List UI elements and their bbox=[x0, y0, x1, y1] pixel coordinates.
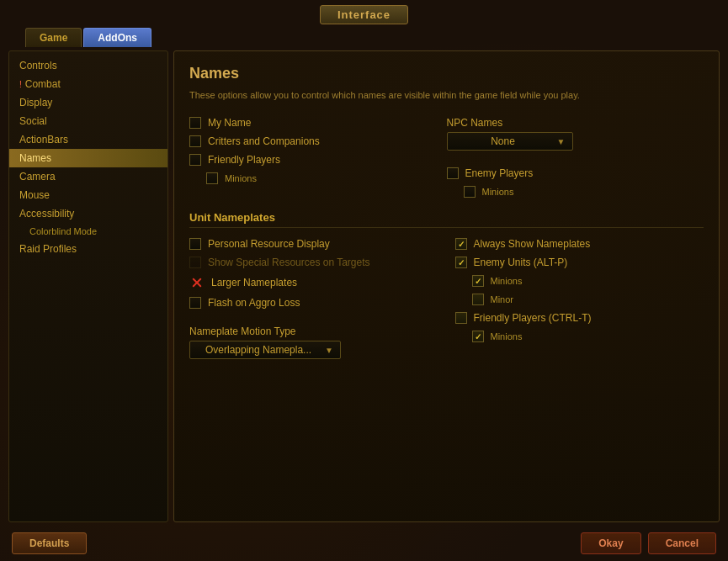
sidebar-label-accessibility: Accessibility bbox=[19, 208, 74, 220]
motion-dropdown-value: Overlapping Namepla... bbox=[197, 344, 320, 356]
friendly-players-checkbox[interactable] bbox=[189, 154, 201, 166]
show-special-row: Show Special Resources on Targets bbox=[189, 257, 438, 268]
show-special-label: Show Special Resources on Targets bbox=[208, 257, 370, 268]
flash-aggro-checkbox[interactable] bbox=[189, 297, 201, 309]
bottom-right-buttons: Okay Cancel bbox=[581, 532, 716, 554]
sidebar: Controls ! Combat Display Social ActionB… bbox=[8, 50, 168, 522]
friendly-players-ctrl-label: Friendly Players (CTRL-T) bbox=[474, 312, 592, 324]
npc-dropdown-arrow: ▼ bbox=[557, 137, 566, 146]
npc-dropdown[interactable]: None ▼ bbox=[447, 132, 573, 151]
motion-dropdown-arrow: ▼ bbox=[325, 346, 333, 355]
names-section: My Name Critters and Companions Friendly… bbox=[189, 117, 704, 198]
motion-type-label: Nameplate Motion Type bbox=[189, 325, 438, 337]
minor-label: Minor bbox=[491, 294, 514, 304]
sidebar-item-actionbars[interactable]: ActionBars bbox=[9, 130, 167, 149]
sidebar-label-display: Display bbox=[19, 97, 52, 108]
defaults-button[interactable]: Defaults bbox=[12, 532, 87, 554]
enemy-units-row: Enemy Units (ALT-P) bbox=[455, 257, 704, 268]
critters-label: Critters and Companions bbox=[208, 135, 320, 147]
minor-row: Minor bbox=[455, 294, 704, 305]
sidebar-label-names: Names bbox=[19, 152, 51, 164]
flash-aggro-row: Flash on Aggro Loss bbox=[189, 297, 438, 309]
tab-addons[interactable]: AddOns bbox=[83, 28, 151, 47]
unit-nameplates-divider: Unit Nameplates bbox=[189, 211, 704, 228]
main-window: Interface Game AddOns Controls ! Combat … bbox=[0, 0, 728, 561]
panel-title: Names bbox=[189, 65, 704, 82]
bottom-bar: Defaults Okay Cancel bbox=[0, 526, 728, 561]
personal-resource-label: Personal Resource Display bbox=[208, 238, 330, 250]
personal-resource-checkbox[interactable] bbox=[189, 238, 201, 250]
sidebar-label-camera: Camera bbox=[19, 171, 56, 183]
minions-enemy-row: Minions bbox=[447, 186, 704, 198]
minions-friendly-ctrl-row: Minions bbox=[455, 331, 704, 342]
sidebar-label-social: Social bbox=[19, 115, 47, 127]
sidebar-item-camera[interactable]: Camera bbox=[9, 167, 167, 186]
minions-friendly-ctrl-checkbox[interactable] bbox=[472, 331, 484, 342]
sidebar-item-social[interactable]: Social bbox=[9, 112, 167, 130]
okay-button[interactable]: Okay bbox=[581, 532, 640, 554]
npc-names-label: NPC Names bbox=[447, 117, 704, 129]
show-special-checkbox[interactable] bbox=[189, 257, 201, 268]
always-show-checkbox[interactable] bbox=[455, 238, 467, 250]
minions-friendly-label: Minions bbox=[225, 173, 257, 183]
names-right-col: NPC Names None ▼ Enemy Players Minions bbox=[447, 117, 704, 198]
motion-section: Nameplate Motion Type Overlapping Namepl… bbox=[189, 325, 438, 359]
enemy-players-row: Enemy Players bbox=[447, 167, 704, 179]
my-name-checkbox[interactable] bbox=[189, 117, 201, 129]
tabs-row: Game AddOns bbox=[0, 28, 728, 47]
npc-names-section: NPC Names None ▼ bbox=[447, 117, 704, 151]
combat-icon: ! bbox=[19, 80, 22, 89]
critters-checkbox[interactable] bbox=[189, 135, 201, 147]
critters-row: Critters and Companions bbox=[189, 135, 447, 147]
friendly-players-row: Friendly Players bbox=[189, 154, 447, 166]
sidebar-item-controls[interactable]: Controls bbox=[9, 56, 167, 75]
sidebar-item-display[interactable]: Display bbox=[9, 93, 167, 112]
larger-nameplates-label: Larger Nameplates bbox=[211, 277, 297, 288]
panel-description: These options allow you to control which… bbox=[189, 89, 704, 102]
enemy-players-checkbox[interactable] bbox=[447, 167, 459, 179]
my-name-label: My Name bbox=[208, 117, 251, 129]
friendly-players-ctrl-checkbox[interactable] bbox=[455, 312, 467, 324]
sidebar-label-colorblind: Colorblind Mode bbox=[29, 226, 97, 236]
title-bar: Interface bbox=[0, 0, 728, 28]
window-title: Interface bbox=[320, 5, 408, 24]
enemy-units-checkbox[interactable] bbox=[455, 257, 467, 268]
sidebar-item-raid[interactable]: Raid Profiles bbox=[9, 240, 167, 258]
larger-nameplates-row: Larger Nameplates bbox=[189, 275, 438, 290]
minions-enemy-unit-checkbox[interactable] bbox=[472, 275, 484, 287]
minions-friendly-row: Minions bbox=[189, 172, 447, 184]
sidebar-item-names[interactable]: Names bbox=[9, 149, 167, 167]
friendly-players-label: Friendly Players bbox=[208, 154, 280, 166]
cancel-button[interactable]: Cancel bbox=[648, 532, 716, 554]
minor-checkbox[interactable] bbox=[472, 294, 484, 305]
tab-game[interactable]: Game bbox=[25, 28, 82, 47]
names-left-col: My Name Critters and Companions Friendly… bbox=[189, 117, 447, 198]
minions-friendly-checkbox[interactable] bbox=[206, 172, 218, 184]
minions-enemy-checkbox[interactable] bbox=[464, 186, 476, 198]
sidebar-item-colorblind[interactable]: Colorblind Mode bbox=[9, 223, 167, 240]
sidebar-label-mouse: Mouse bbox=[19, 189, 50, 201]
enemy-players-label: Enemy Players bbox=[465, 167, 534, 179]
always-show-row: Always Show Nameplates bbox=[455, 238, 704, 250]
sidebar-label-combat: Combat bbox=[25, 78, 61, 90]
npc-dropdown-value: None bbox=[454, 135, 552, 147]
sidebar-label-raid: Raid Profiles bbox=[19, 243, 77, 255]
sidebar-item-mouse[interactable]: Mouse bbox=[9, 186, 167, 204]
minions-enemy-unit-label: Minions bbox=[491, 276, 523, 286]
minions-friendly-ctrl-label: Minions bbox=[491, 331, 523, 341]
sidebar-item-accessibility[interactable]: Accessibility bbox=[9, 204, 167, 223]
flash-aggro-label: Flash on Aggro Loss bbox=[208, 297, 300, 309]
motion-dropdown[interactable]: Overlapping Namepla... ▼ bbox=[189, 341, 341, 359]
larger-nameplates-x-icon bbox=[189, 275, 205, 290]
friendly-players-ctrl-row: Friendly Players (CTRL-T) bbox=[455, 312, 704, 324]
minions-enemy-unit-row: Minions bbox=[455, 275, 704, 287]
sidebar-label-actionbars: ActionBars bbox=[19, 134, 68, 146]
nameplates-section: Personal Resource Display Show Special R… bbox=[189, 238, 704, 359]
content-panel: Names These options allow you to control… bbox=[173, 50, 720, 522]
sidebar-item-combat[interactable]: ! Combat bbox=[9, 75, 167, 93]
nameplates-left-col: Personal Resource Display Show Special R… bbox=[189, 238, 438, 359]
minions-enemy-label: Minions bbox=[482, 187, 514, 197]
sidebar-label-controls: Controls bbox=[19, 60, 57, 71]
main-layout: Controls ! Combat Display Social ActionB… bbox=[0, 47, 728, 526]
enemy-units-label: Enemy Units (ALT-P) bbox=[474, 257, 568, 268]
